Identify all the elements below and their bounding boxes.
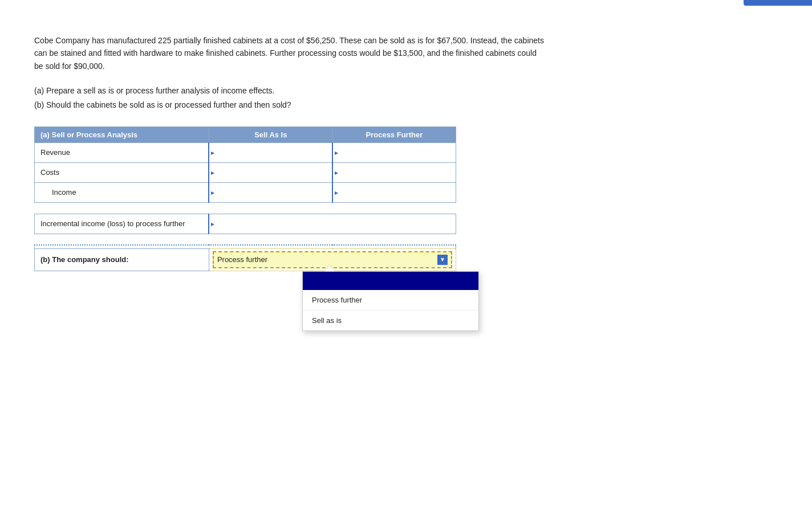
dropdown-option-process-further[interactable]: Process further [303,290,478,310]
revenue-process-further-cell[interactable] [332,142,456,162]
questions-section: (a) Prepare a sell as is or process furt… [34,84,778,112]
dropdown-arrow-icon[interactable]: ▼ [437,255,448,265]
dropdown-pointer [325,265,334,271]
incremental-value-cell[interactable] [209,214,456,234]
costs-process-further-cell[interactable] [332,162,456,182]
costs-label: Costs [35,162,209,182]
costs-sell-as-is-cell[interactable] [209,162,332,182]
income-sell-as-is-cell[interactable] [209,182,332,202]
dropdown-option-sell-as-is[interactable]: Sell as is [303,310,478,330]
header-col2: Sell As Is [209,126,332,142]
incremental-label: Incremental income (loss) to process fur… [35,214,209,234]
spacer-row-2 [35,234,456,245]
incremental-value-input[interactable] [217,218,450,230]
income-process-further-input[interactable] [341,186,450,199]
spacer-cell [35,202,456,214]
analysis-table: (a) Sell or Process Analysis Sell As Is … [34,126,456,271]
question-a: (a) Prepare a sell as is or process furt… [34,84,778,98]
income-label: Income [35,182,209,202]
spacer-cell-2 [35,234,456,245]
revenue-process-further-input[interactable] [341,146,450,159]
table-container: (a) Sell or Process Analysis Sell As Is … [34,126,778,271]
revenue-sell-as-is-input[interactable] [217,146,326,159]
table-row: Revenue [35,142,456,162]
intro-paragraph: Cobe Company has manufactured 225 partia… [34,34,547,72]
top-bar-decoration [744,0,812,6]
revenue-label: Revenue [35,142,209,162]
company-should-label: (b) The company should: [35,248,209,271]
revenue-sell-as-is-cell[interactable] [209,142,332,162]
incremental-row: Incremental income (loss) to process fur… [35,214,456,234]
question-b: (b) Should the cabinets be sold as is or… [34,98,778,112]
income-process-further-cell[interactable] [332,182,456,202]
costs-sell-as-is-input[interactable] [217,166,326,179]
dropdown-menu[interactable]: Process further Sell as is [302,271,479,331]
header-col3: Process Further [332,126,456,142]
costs-process-further-input[interactable] [341,166,450,179]
page-container: Cobe Company has manufactured 225 partia… [0,0,812,523]
table-row: Costs [35,162,456,182]
header-col1: (a) Sell or Process Analysis [35,126,209,142]
table-header-row: (a) Sell or Process Analysis Sell As Is … [35,126,456,142]
dropdown-selected-text: Process further [217,255,434,264]
company-should-row: (b) The company should: Process further … [35,248,456,271]
income-sell-as-is-input[interactable] [217,186,326,199]
table-row: Income [35,182,456,202]
spacer-row [35,202,456,214]
dropdown-menu-header [303,272,478,290]
intro-text: Cobe Company has manufactured 225 partia… [34,34,547,72]
